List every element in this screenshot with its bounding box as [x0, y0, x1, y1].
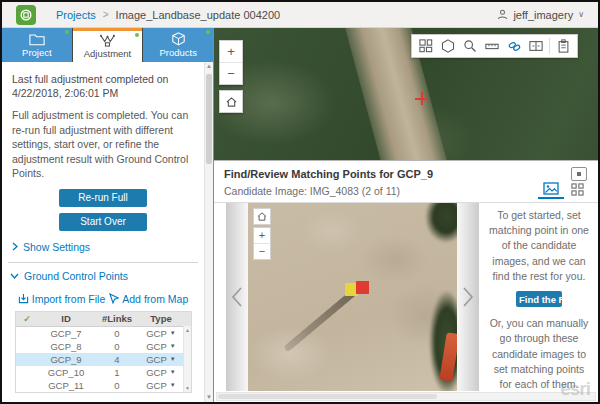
tab-products[interactable]: Products	[143, 28, 213, 62]
import-from-file-label: Import from File	[32, 293, 106, 305]
rerun-full-button[interactable]: Re-run Full	[59, 189, 147, 207]
chevron-right-icon	[462, 286, 474, 308]
gcp-type-cell: GCP▼	[140, 341, 182, 352]
col-id: ID	[38, 313, 94, 324]
app-window: Projects > Image_Landbase_update 004200 …	[0, 0, 600, 404]
vegetation-patch	[425, 203, 457, 243]
gcp-type-cell: GCP▼	[140, 354, 182, 365]
esri-app-logo-icon[interactable]	[16, 5, 36, 25]
gcp-links-cell: 0	[94, 341, 140, 352]
gcp-table-row[interactable]: GCP_8 0 GCP▼	[16, 340, 191, 353]
map-view[interactable]: + −	[214, 28, 598, 402]
scrollbar-thumb[interactable]	[206, 74, 212, 164]
home-icon	[257, 212, 267, 221]
map-zoom-control: + −	[219, 40, 243, 85]
gcp-id-cell: GCP_11	[38, 380, 94, 391]
gcp-links-icon[interactable]	[503, 36, 525, 56]
candidate-viewer: + − To get started, set matching point i…	[214, 203, 598, 391]
import-from-file-link[interactable]: Import from File	[18, 293, 106, 305]
breadcrumb: Projects > Image_Landbase_update 004200	[56, 9, 280, 21]
gcp-section-toggle[interactable]: Ground Control Points	[10, 270, 204, 282]
image-zoom-out-button[interactable]: −	[254, 244, 270, 259]
gcp-table-body: GCP_7 0 GCP▼ GCP_8 0 GCP▼ GCP_9 4 GCP▼ G…	[16, 327, 191, 392]
body: Project Adjustment Products Last full ad…	[2, 28, 598, 402]
gcp-actions: Import from File Add from Map	[2, 293, 204, 305]
gcp-table-row[interactable]: GCP_9 4 GCP▼	[16, 353, 191, 366]
gcp-table-scrollbar[interactable]: ▲ ▼	[183, 326, 191, 392]
gcp-links-cell: 4	[94, 354, 140, 365]
show-settings-toggle[interactable]: Show Settings	[12, 241, 204, 253]
scroll-down-icon[interactable]: ▼	[205, 393, 213, 402]
layout-grid-icon[interactable]	[415, 36, 437, 56]
expand-panel-button[interactable]	[571, 167, 587, 181]
next-image-button[interactable]	[457, 203, 479, 391]
tab-adjustment[interactable]: Adjustment	[73, 28, 143, 62]
add-from-map-link[interactable]: Add from Map	[109, 293, 188, 305]
zoom-out-button[interactable]: −	[220, 63, 242, 84]
basemap-icon[interactable]	[437, 36, 459, 56]
top-bar: Projects > Image_Landbase_update 004200 …	[2, 2, 598, 28]
chevron-down-icon	[10, 273, 19, 279]
find-the-rest-button[interactable]: Find the Rest	[516, 291, 562, 307]
chevron-down-icon: ∨	[578, 10, 584, 19]
find-review-panel: Find/Review Matching Points for GCP_9 Ca…	[214, 160, 598, 402]
swipe-icon[interactable]	[525, 36, 547, 56]
matching-point-red-cross[interactable]	[356, 281, 369, 294]
candidate-image-label: Candidate Image: IMG_4083 (2 of 11)	[224, 185, 400, 197]
scroll-up-icon[interactable]: ▲	[205, 62, 213, 71]
chevron-left-icon	[231, 286, 243, 308]
type-dropdown-icon[interactable]: ▼	[170, 330, 176, 336]
instructions-column: To get started, set matching point in on…	[480, 203, 598, 391]
panel-horizontal-scrollbar[interactable]	[216, 392, 596, 401]
gcp-type-cell: GCP▼	[140, 367, 182, 378]
col-type: Type	[140, 313, 182, 324]
pole-shadow	[283, 288, 358, 352]
type-dropdown-icon[interactable]: ▼	[170, 343, 176, 349]
clipboard-icon[interactable]	[552, 36, 574, 56]
breadcrumb-projects-link[interactable]: Projects	[56, 9, 96, 21]
search-icon[interactable]	[459, 36, 481, 56]
tab-status-dot	[65, 30, 69, 34]
zoom-in-button[interactable]: +	[220, 41, 242, 62]
image-home-button[interactable]	[253, 208, 271, 225]
candidate-image[interactable]: + −	[248, 203, 457, 391]
type-dropdown-icon[interactable]: ▼	[170, 369, 176, 375]
checkmark-icon: ✓	[16, 314, 38, 324]
user-name: jeff_imagery	[513, 9, 573, 21]
scroll-up-icon[interactable]: ▲	[184, 326, 191, 334]
tab-adjustment-label: Adjustment	[84, 48, 132, 59]
gcp-table-row[interactable]: GCP_7 0 GCP▼	[16, 327, 191, 340]
left-panel-scrollbar[interactable]: ▲ ▼	[204, 62, 213, 402]
grid-view-icon[interactable]	[564, 180, 590, 199]
gcp-table-row[interactable]: GCP_10 1 GCP▼	[16, 366, 191, 379]
left-panel: Project Adjustment Products Last full ad…	[2, 28, 214, 402]
cube-icon	[171, 32, 186, 46]
gcp-type-cell: GCP▼	[140, 328, 182, 339]
panel-title: Find/Review Matching Points for GCP_9	[224, 168, 433, 180]
type-dropdown-icon[interactable]: ▼	[170, 382, 176, 388]
scroll-down-icon[interactable]: ▼	[184, 384, 191, 392]
measure-icon[interactable]	[481, 36, 503, 56]
image-zoom-in-button[interactable]: +	[254, 228, 270, 243]
start-over-button[interactable]: Start Over	[59, 213, 147, 231]
gcp-id-cell: GCP_7	[38, 328, 94, 339]
gcp-type-cell: GCP▼	[140, 380, 182, 391]
gcp-table-row[interactable]: GCP_11 0 GCP▼	[16, 379, 191, 392]
home-extent-button[interactable]	[219, 90, 243, 113]
tab-project[interactable]: Project	[2, 28, 72, 62]
previous-image-button[interactable]	[226, 203, 248, 391]
user-menu[interactable]: jeff_imagery ∨	[497, 9, 584, 21]
section-divider	[8, 262, 198, 263]
gcp-marker-red-cross[interactable]	[415, 92, 428, 105]
gcp-id-cell: GCP_10	[38, 367, 94, 378]
tab-products-label: Products	[159, 47, 197, 58]
gcp-id-cell: GCP_9	[38, 354, 94, 365]
type-dropdown-icon[interactable]: ▼	[170, 356, 176, 362]
last-adjustment-status: Last full adjustment completed on 4/22/2…	[12, 72, 194, 100]
image-view-icon[interactable]	[538, 180, 564, 199]
view-toggle-group	[538, 180, 590, 199]
gcp-table: ✓ ID #Links Type GCP_7 0 GCP▼ GCP_8 0 GC…	[15, 311, 192, 393]
add-from-map-label: Add from Map	[122, 293, 188, 305]
page-title: Image_Landbase_update 004200	[116, 9, 281, 21]
scrollbar-thumb[interactable]	[218, 394, 437, 399]
